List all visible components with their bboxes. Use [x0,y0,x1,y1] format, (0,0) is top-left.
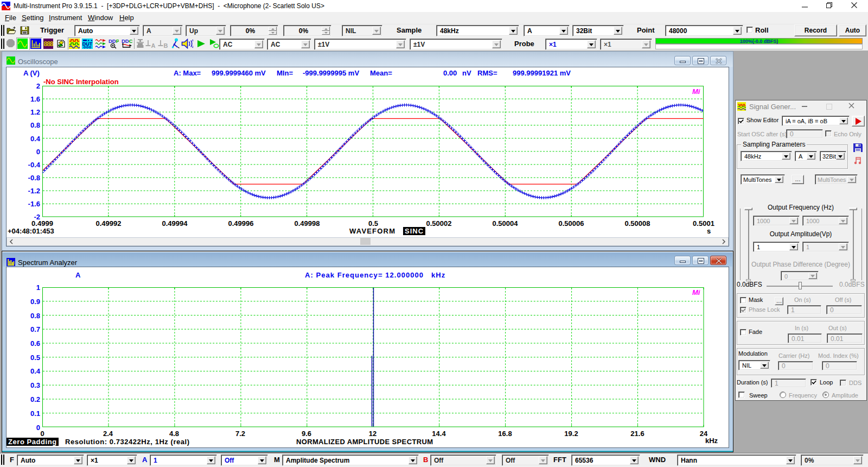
svg-text:DUT: DUT [82,41,93,47]
svg-text:B: B [164,42,168,48]
svg-text:DDP: DDP [108,39,119,44]
svg-text:A: A [151,42,156,48]
svg-text:888: 888 [43,40,53,48]
